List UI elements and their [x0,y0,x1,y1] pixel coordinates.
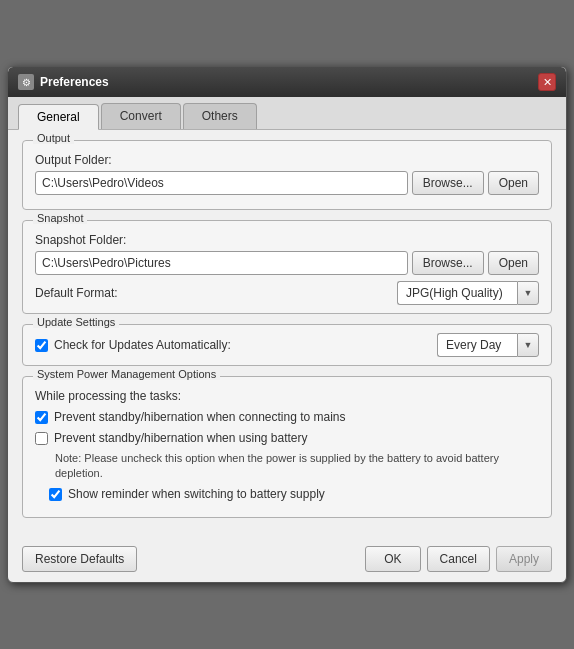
power-option2-label: Prevent standby/hibernation when using b… [54,430,308,447]
tab-content: Output Output Folder: Browse... Open Sna… [8,130,566,537]
update-checkbox[interactable] [35,339,48,352]
title-bar-left: ⚙ Preferences [18,74,109,90]
update-frequency-arrow[interactable]: ▼ [517,333,539,357]
update-section-label: Update Settings [33,316,119,328]
tab-bar: General Convert Others [8,97,566,130]
update-frequency-select[interactable]: Every Day ▼ [437,333,539,357]
dialog-title: Preferences [40,75,109,89]
tab-convert[interactable]: Convert [101,103,181,129]
format-value: JPG(High Quality) [397,281,517,305]
close-button[interactable]: ✕ [538,73,556,91]
format-label: Default Format: [35,286,397,300]
system-section-label: System Power Management Options [33,368,220,380]
cancel-button[interactable]: Cancel [427,546,490,572]
power-option2-checkbox[interactable] [35,432,48,445]
power-option1-row: Prevent standby/hibernation when connect… [35,409,539,426]
power-option3-checkbox[interactable] [49,488,62,501]
restore-defaults-button[interactable]: Restore Defaults [22,546,137,572]
format-dropdown-arrow[interactable]: ▼ [517,281,539,305]
apply-button[interactable]: Apply [496,546,552,572]
power-option3-label: Show reminder when switching to battery … [68,486,325,503]
power-option2-row: Prevent standby/hibernation when using b… [35,430,539,447]
battery-note: Note: Please uncheck this option when th… [55,451,539,482]
format-row: Default Format: JPG(High Quality) ▼ [35,281,539,305]
snapshot-section: Snapshot Snapshot Folder: Browse... Open… [22,220,552,314]
update-checkbox-label: Check for Updates Automatically: [54,338,431,352]
footer-right-buttons: OK Cancel Apply [365,546,552,572]
tab-general[interactable]: General [18,104,99,130]
snapshot-folder-label: Snapshot Folder: [35,233,539,247]
format-select[interactable]: JPG(High Quality) ▼ [397,281,539,305]
ok-button[interactable]: OK [365,546,420,572]
power-option1-label: Prevent standby/hibernation when connect… [54,409,346,426]
app-icon: ⚙ [18,74,34,90]
power-option3-row: Show reminder when switching to battery … [49,486,539,503]
snapshot-browse-button[interactable]: Browse... [412,251,484,275]
update-row: Check for Updates Automatically: Every D… [35,333,539,357]
tab-others[interactable]: Others [183,103,257,129]
system-section: System Power Management Options While pr… [22,376,552,517]
update-section: Update Settings Check for Updates Automa… [22,324,552,366]
power-option1-checkbox[interactable] [35,411,48,424]
snapshot-folder-row: Browse... Open [35,251,539,275]
update-frequency-value: Every Day [437,333,517,357]
output-folder-row: Browse... Open [35,171,539,195]
snapshot-folder-input[interactable] [35,251,408,275]
output-folder-input[interactable] [35,171,408,195]
snapshot-section-label: Snapshot [33,212,87,224]
output-section: Output Output Folder: Browse... Open [22,140,552,210]
output-folder-label: Output Folder: [35,153,539,167]
output-open-button[interactable]: Open [488,171,539,195]
title-bar: ⚙ Preferences ✕ [8,67,566,97]
output-browse-button[interactable]: Browse... [412,171,484,195]
while-processing-text: While processing the tasks: [35,389,539,403]
preferences-dialog: ⚙ Preferences ✕ General Convert Others O… [7,66,567,582]
output-section-label: Output [33,132,74,144]
snapshot-open-button[interactable]: Open [488,251,539,275]
footer: Restore Defaults OK Cancel Apply [8,538,566,582]
